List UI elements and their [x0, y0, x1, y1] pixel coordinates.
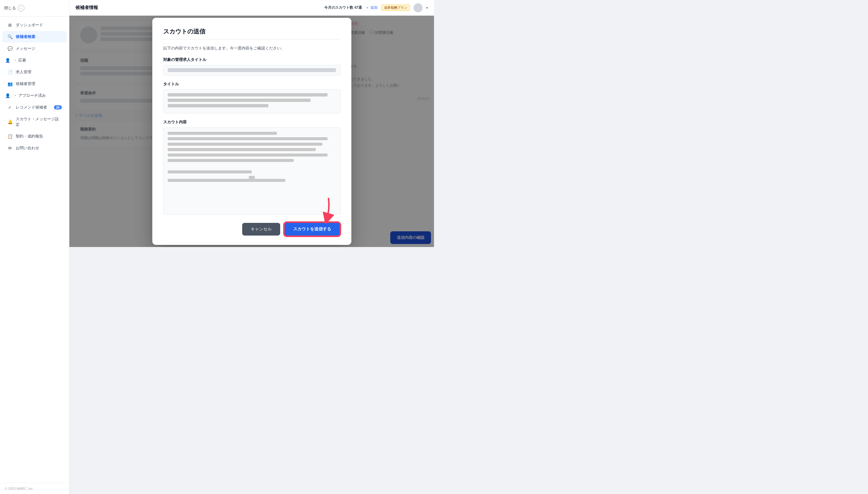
message-icon: 💬	[7, 46, 13, 51]
job-title-blurred	[168, 68, 336, 72]
modal-footer: キャンセル スカウトを送信する	[163, 222, 341, 236]
sidebar-item-label: お問い合わせ	[16, 145, 39, 151]
topbar: 候補者情報 今月のスカウト数 47通 ＋ 追加 成果報酬プラン ▾	[70, 0, 434, 16]
scout-send-modal: スカウトの送信 以下の内容でスカウトを送信します。今一度内容をご確認ください。 …	[152, 18, 351, 245]
sc-line1	[168, 132, 277, 135]
scout-content-box	[163, 127, 341, 215]
sidebar-item-label: メッセージ	[16, 46, 35, 51]
topbar-right: 今月のスカウト数 47通 ＋ 追加 成果報酬プラン ▾	[324, 3, 428, 12]
sidebar-item-scout-settings[interactable]: 🔔 スカウト・メッセージ設定	[2, 113, 67, 130]
sc-line8	[168, 179, 286, 182]
close-circle-icon: ‹	[18, 5, 24, 12]
title-line3	[168, 104, 269, 107]
sc-line7	[168, 170, 252, 173]
sidebar-item-job-management[interactable]: 📄 求人管理	[2, 66, 67, 78]
modal-subtitle: 以下の内容でスカウトを送信します。今一度内容をご確認ください。	[163, 45, 341, 51]
sc-line5	[168, 153, 328, 156]
sidebar-item-contact[interactable]: ✉ お問い合わせ	[2, 142, 67, 154]
title-field: タイトル	[163, 81, 341, 113]
sidebar-item-recommend[interactable]: ✓ レコメンド候補者 26	[2, 102, 67, 113]
sidebar-item-approach[interactable]: 👤 ・ アプローチ済み	[2, 90, 67, 101]
sidebar-item-label: レコメンド候補者	[16, 104, 47, 110]
job-title-value	[163, 65, 341, 75]
modal-overlay: スカウトの送信 以下の内容でスカウトを送信します。今一度内容をご確認ください。 …	[70, 16, 434, 247]
sidebar-item-candidate-search[interactable]: 🔍 候補者検索	[2, 31, 67, 42]
modal-title: スカウトの送信	[163, 27, 341, 36]
sidebar-item-dashboard[interactable]: ⊞ ダッシュボード	[2, 19, 67, 31]
sidebar-item-label: ダッシュボード	[16, 22, 43, 28]
send-btn-container: スカウトを送信する	[284, 222, 341, 236]
sc-line6	[168, 159, 294, 162]
job-title-label: 対象の管理求人タイトル	[163, 57, 341, 62]
sidebar-item-apply[interactable]: 👤 ・ 応募	[2, 55, 67, 66]
sidebar-close-button[interactable]: 閉じる ‹	[4, 5, 24, 12]
sidebar: 閉じる ‹ ⊞ ダッシュボード 🔍 候補者検索 💬 メッセージ 👤 ・ 応募 📄…	[0, 0, 70, 247]
recommend-icon: ✓	[7, 104, 13, 110]
sidebar-item-label: 候補者管理	[16, 81, 35, 87]
scout-icon: 🔔	[7, 119, 13, 125]
job-title-field: 対象の管理求人タイトル	[163, 57, 341, 75]
scout-count: 今月のスカウト数 47通	[324, 5, 362, 10]
sc-line4	[168, 148, 316, 151]
contract-icon: 📋	[7, 134, 13, 139]
sc-gap	[168, 164, 336, 170]
recommend-badge: 26	[54, 105, 62, 110]
scout-send-button[interactable]: スカウトを送信する	[284, 222, 341, 236]
candidates-icon: 👥	[7, 81, 13, 87]
user-avatar	[413, 3, 423, 12]
sc-line2	[168, 137, 328, 140]
plan-badge: 成果報酬プラン	[381, 4, 410, 11]
page-title: 候補者情報	[75, 5, 98, 11]
close-label: 閉じる	[4, 5, 16, 11]
title-label: タイトル	[163, 81, 341, 87]
search-icon: 🔍	[7, 34, 13, 39]
sc-dot	[249, 176, 255, 179]
sidebar-item-candidate-management[interactable]: 👥 候補者管理	[2, 78, 67, 90]
sidebar-item-label: スカウト・メッセージ設定	[16, 116, 62, 127]
main-content: 候補者情報 今月のスカウト数 47通 ＋ 追加 成果報酬プラン ▾	[70, 0, 434, 247]
contact-icon: ✉	[7, 145, 13, 151]
user-menu-button[interactable]: ▾	[426, 6, 428, 10]
content-area: 現職 希望条件 + ラベルを追加 職務要約 現職は現職は税務ポジションとしてコン…	[70, 16, 434, 247]
sidebar-item-label: 契約・成約報告	[16, 134, 43, 139]
dashboard-icon: ⊞	[7, 22, 13, 28]
title-line2	[168, 99, 311, 102]
job-icon: 📄	[7, 69, 13, 75]
sidebar-item-messages[interactable]: 💬 メッセージ	[2, 43, 67, 54]
title-line1	[168, 93, 328, 96]
sidebar-item-label: 候補者検索	[16, 34, 35, 39]
sidebar-item-label: 求人管理	[16, 69, 31, 75]
add-button[interactable]: ＋ 追加	[366, 5, 378, 10]
cancel-button[interactable]: キャンセル	[242, 223, 280, 235]
apply-icon: 👤	[5, 58, 10, 63]
sidebar-item-label: ・ アプローチ済み	[13, 93, 46, 98]
sidebar-item-label: ・ 応募	[13, 58, 26, 63]
sidebar-nav: ⊞ ダッシュボード 🔍 候補者検索 💬 メッセージ 👤 ・ 応募 📄 求人管理 …	[0, 17, 69, 247]
approach-icon: 👤	[5, 93, 10, 98]
scout-content-field: スカウト内容	[163, 119, 341, 215]
title-box	[163, 89, 341, 113]
sc-line3	[168, 142, 323, 146]
scout-content-label: スカウト内容	[163, 119, 341, 125]
sidebar-header: 閉じる ‹	[0, 0, 69, 17]
sidebar-item-contract[interactable]: 📋 契約・成約報告	[2, 131, 67, 142]
